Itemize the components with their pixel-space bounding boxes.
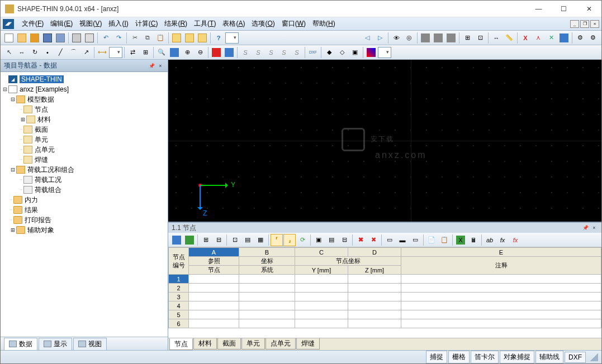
settings-2-button[interactable]: ⚙ bbox=[587, 32, 599, 44]
save-button[interactable] bbox=[41, 32, 54, 44]
rotate-button[interactable]: ↻ bbox=[29, 46, 41, 59]
tree-elements[interactable]: 单元 bbox=[35, 135, 48, 145]
array-button[interactable]: ⊞ bbox=[139, 46, 151, 59]
cell-1-1[interactable] bbox=[239, 275, 295, 284]
ttb-bracket-right[interactable]: ⸥ bbox=[283, 234, 296, 246]
cell-3-0[interactable] bbox=[189, 293, 239, 301]
status-btn-1[interactable]: 栅格 bbox=[448, 351, 470, 363]
export-dxf-button[interactable]: DXF bbox=[307, 46, 319, 59]
zoom-out-button[interactable]: ⊖ bbox=[194, 46, 206, 59]
cell-5-0[interactable] bbox=[189, 310, 239, 319]
copy-button[interactable]: ⧉ bbox=[141, 32, 154, 44]
fill-1-button[interactable]: ◆ bbox=[323, 46, 335, 59]
ttb-fx[interactable]: fx bbox=[496, 234, 509, 246]
navigator-close-button[interactable]: × bbox=[157, 62, 164, 70]
grp-coord[interactable]: 坐标 bbox=[239, 257, 295, 266]
cell-3-4[interactable] bbox=[401, 293, 601, 301]
move-button[interactable]: ↔ bbox=[16, 46, 28, 59]
dimension-combo[interactable] bbox=[109, 47, 122, 58]
menu-t[interactable]: 工具(T) bbox=[191, 17, 219, 30]
cell-4-4[interactable] bbox=[401, 301, 601, 310]
fill-2-button[interactable]: ◇ bbox=[336, 46, 348, 59]
cell-1-0[interactable] bbox=[189, 275, 239, 284]
window-maximize-button[interactable]: ☐ bbox=[551, 1, 576, 17]
table-view-button[interactable] bbox=[183, 32, 196, 44]
mirror-button[interactable]: ⇄ bbox=[126, 46, 139, 59]
arc-tool-button[interactable]: ⌒ bbox=[67, 46, 79, 59]
cell-2-1[interactable] bbox=[239, 284, 295, 293]
ttb-fx-del[interactable]: fx bbox=[509, 234, 522, 246]
ttb-calc[interactable]: 🖩 bbox=[467, 234, 480, 246]
menu-i[interactable]: 插入(I) bbox=[105, 17, 131, 30]
s1-button[interactable]: S bbox=[239, 46, 252, 59]
table-pin-button[interactable]: 📌 bbox=[581, 224, 589, 232]
ttb-export-1[interactable]: 📄 bbox=[425, 234, 438, 246]
cell-1-4[interactable] bbox=[401, 275, 601, 284]
zoom-window-button[interactable]: 🔍 bbox=[155, 46, 168, 59]
hdr-note[interactable]: 注释 bbox=[401, 257, 601, 275]
line-tool-button[interactable]: ╱ bbox=[54, 46, 67, 59]
row-header-2[interactable]: 2 bbox=[169, 284, 189, 293]
menu-r[interactable]: 结果(R) bbox=[161, 17, 191, 30]
navigator-pin-button[interactable]: 📌 bbox=[148, 62, 155, 70]
row-header-5[interactable]: 5 bbox=[169, 310, 189, 319]
status-btn-2[interactable]: 笛卡尔 bbox=[471, 351, 499, 363]
cell-2-3[interactable] bbox=[348, 284, 401, 293]
cell-1-2[interactable] bbox=[295, 275, 348, 284]
menu-o[interactable]: 选项(O) bbox=[248, 17, 278, 30]
ttb-label[interactable]: ab bbox=[484, 234, 496, 246]
mdi-restore-button[interactable]: ❐ bbox=[580, 20, 589, 28]
select-button[interactable]: ↖ bbox=[3, 46, 15, 59]
tree-model-data[interactable]: 模型数据 bbox=[27, 95, 54, 104]
menu-w[interactable]: 窗口(W) bbox=[278, 17, 309, 30]
list-view-button[interactable] bbox=[170, 32, 183, 44]
cell-5-2[interactable] bbox=[295, 310, 348, 319]
open-button[interactable] bbox=[16, 32, 28, 44]
cell-4-0[interactable] bbox=[189, 301, 239, 310]
window-close-button[interactable]: ✕ bbox=[576, 1, 601, 17]
tree-aux[interactable]: 辅助对象 bbox=[27, 226, 54, 235]
ttb-bracket-left[interactable]: ⸢ bbox=[271, 234, 283, 246]
polyline-tool-button[interactable]: ↗ bbox=[80, 46, 92, 59]
navigator-tab-data[interactable]: 数据 bbox=[4, 338, 37, 350]
tree-point-elements[interactable]: 点单元 bbox=[35, 145, 55, 155]
print-preview-button[interactable] bbox=[83, 32, 96, 44]
col-letter-d[interactable]: D bbox=[348, 248, 401, 257]
resize-grip-icon[interactable] bbox=[590, 353, 598, 361]
color-combo[interactable] bbox=[378, 47, 391, 58]
save-as-button[interactable] bbox=[54, 32, 67, 44]
tree-project[interactable]: anxz [Examples] bbox=[20, 85, 69, 93]
mdi-minimize-button[interactable]: _ bbox=[570, 20, 579, 28]
axis-y-button[interactable]: ⋏ bbox=[532, 32, 544, 44]
menu-v[interactable]: 视图(V) bbox=[76, 17, 105, 30]
navigator-tab-view[interactable]: 视图 bbox=[73, 338, 107, 350]
ttb-7[interactable]: ▦ bbox=[254, 234, 267, 246]
ttb-a1[interactable]: ▣ bbox=[312, 234, 325, 246]
cell-4-2[interactable] bbox=[295, 301, 348, 310]
ttb-del2[interactable]: ✖ bbox=[367, 234, 380, 246]
table-tab-5[interactable]: 焊缝 bbox=[296, 338, 320, 349]
axis-reset-button[interactable] bbox=[558, 32, 570, 44]
ttb-a2[interactable]: ▤ bbox=[325, 234, 338, 246]
cell-2-4[interactable] bbox=[401, 284, 601, 293]
tree-load-case[interactable]: 荷载工况 bbox=[35, 175, 61, 185]
tree-sections[interactable]: 截面 bbox=[35, 125, 48, 135]
status-btn-3[interactable]: 对象捕捉 bbox=[500, 351, 534, 363]
measure-button[interactable]: 📏 bbox=[503, 32, 515, 44]
snap-toggle-button[interactable]: ⊡ bbox=[474, 32, 486, 44]
tree-load-combo[interactable]: 荷载组合 bbox=[35, 185, 61, 195]
redo-button[interactable]: ↷ bbox=[112, 32, 125, 44]
render-2-button[interactable] bbox=[432, 32, 444, 44]
nav-prev-button[interactable]: ▷ bbox=[374, 32, 386, 44]
menu-c[interactable]: 计算(C) bbox=[132, 17, 162, 30]
tree-welds[interactable]: 焊缝 bbox=[35, 155, 48, 165]
cell-4-3[interactable] bbox=[348, 301, 401, 310]
axis-z-button[interactable]: ✕ bbox=[545, 32, 557, 44]
ttb-3[interactable]: ⊞ bbox=[200, 234, 212, 246]
ttb-excel[interactable]: X bbox=[454, 234, 467, 246]
view-front-button[interactable] bbox=[210, 46, 222, 59]
col-letter-a[interactable]: A bbox=[189, 248, 239, 257]
tree-loads-group[interactable]: 荷载工况和组合 bbox=[27, 165, 74, 175]
grp-ref[interactable]: 参照 bbox=[189, 257, 239, 266]
mdi-close-button[interactable]: × bbox=[590, 20, 599, 28]
